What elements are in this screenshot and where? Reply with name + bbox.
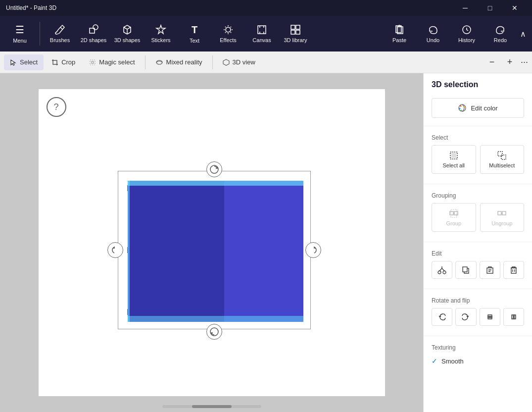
copy-button[interactable] — [455, 261, 476, 279]
collapse-toolbar-button[interactable]: ∧ — [518, 27, 528, 41]
rotate-right-button[interactable] — [455, 308, 476, 326]
title-bar: Untitled* - Paint 3D ─ □ ✕ — [0, 0, 532, 16]
edit-section: Edit — [424, 246, 532, 285]
svg-rect-33 — [463, 267, 467, 272]
toolbar-text[interactable]: T Text — [179, 18, 210, 50]
paste-panel-icon — [485, 265, 494, 274]
delete-button[interactable] — [503, 261, 524, 279]
rotate-left-icon — [110, 245, 120, 255]
grouping-section-label: Grouping — [432, 192, 524, 199]
paste-label: Paste — [392, 37, 406, 43]
view-3d-tool[interactable]: 3D view — [217, 54, 261, 70]
canvas-horizontal-scrollbar[interactable] — [162, 405, 261, 408]
panel-title: 3D selection — [424, 73, 532, 94]
stickers-icon — [155, 24, 166, 35]
toolbar-brushes[interactable]: Brushes — [44, 18, 76, 50]
rotate-handle-right[interactable] — [305, 242, 321, 258]
svg-rect-5 — [296, 25, 300, 29]
close-button[interactable]: ✕ — [503, 0, 526, 16]
canvas-area[interactable]: ? — [0, 73, 423, 412]
object-left-edge-highlight — [128, 181, 130, 322]
toolbar-menu[interactable]: ☰ Menu — [4, 18, 36, 50]
svg-rect-34 — [487, 268, 493, 273]
rotate-handle-top[interactable] — [206, 161, 222, 177]
ungroup-button[interactable]: Ungroup — [480, 203, 525, 232]
multiselect-button[interactable]: Multiselect — [480, 145, 525, 174]
rotate-handle-bottom[interactable] — [206, 324, 222, 340]
rotate-flip-section: Rotate and flip — [424, 293, 532, 332]
edit-color-button[interactable]: Edit color — [432, 98, 524, 118]
zoom-out-button[interactable]: − — [485, 55, 499, 69]
cut-icon — [437, 265, 446, 274]
magic-select-label: Magic select — [99, 58, 135, 66]
rotate-top-icon — [209, 164, 219, 174]
rotate-bottom-icon — [209, 327, 219, 337]
sec-separator — [145, 55, 145, 69]
edit-section-label: Edit — [432, 250, 524, 257]
svg-point-31 — [443, 271, 446, 274]
mixed-reality-tool[interactable]: Mixed reality — [149, 54, 208, 70]
smooth-check-icon: ✓ — [432, 357, 437, 365]
select-all-button[interactable]: Select all — [432, 145, 476, 174]
undo-icon — [428, 24, 438, 35]
paste-panel-button[interactable] — [480, 261, 500, 279]
toolbar-paste[interactable]: Paste — [384, 18, 415, 50]
toolbar-undo[interactable]: Undo — [417, 18, 449, 50]
edit-color-section: Edit color — [424, 94, 532, 122]
toolbar-canvas[interactable]: Canvas — [246, 18, 278, 50]
undo-label: Undo — [427, 37, 439, 43]
maximize-button[interactable]: □ — [479, 0, 501, 16]
select-section-label: Select — [432, 134, 524, 141]
object-right-face — [224, 181, 303, 322]
history-label: History — [458, 37, 475, 43]
edit-buttons-grid — [432, 261, 524, 279]
scrollbar-thumb[interactable] — [192, 405, 232, 408]
divider-3 — [424, 242, 532, 242]
flip-horizontal-icon — [509, 312, 518, 321]
rotate-right-panel-icon — [461, 312, 470, 321]
cut-button[interactable] — [432, 261, 452, 279]
crop-tool[interactable]: Crop — [46, 54, 81, 70]
group-button[interactable]: Group — [432, 203, 476, 232]
toolbar-stickers[interactable]: Stickers — [145, 18, 177, 50]
edit-color-label: Edit color — [471, 104, 497, 112]
zoom-in-button[interactable]: + — [503, 55, 517, 69]
toolbar-2d-shapes[interactable]: 2D shapes — [78, 18, 109, 50]
crop-label: Crop — [61, 58, 75, 66]
flip-horizontal-button[interactable] — [503, 308, 524, 326]
grouping-section: Grouping Group — [424, 188, 532, 238]
toolbar-redo[interactable]: Redo — [484, 18, 516, 50]
svg-rect-11 — [90, 60, 95, 65]
text-label: Text — [190, 38, 199, 44]
effects-label: Effects — [220, 37, 236, 43]
select-cursor-icon — [10, 59, 17, 66]
smooth-row: ✓ Smooth — [432, 355, 524, 367]
toolbar-3d-shapes[interactable]: 3D shapes — [111, 18, 143, 50]
svg-rect-3 — [258, 26, 266, 34]
flip-vertical-button[interactable] — [480, 308, 500, 326]
3d-library-icon — [290, 24, 301, 35]
svg-rect-22 — [451, 153, 456, 158]
stickers-label: Stickers — [151, 37, 170, 43]
select-tool[interactable]: Select — [4, 54, 44, 70]
flip-vertical-icon — [485, 312, 494, 321]
help-button[interactable]: ? — [47, 97, 66, 117]
object-left-face — [128, 181, 224, 322]
minimize-button[interactable]: ─ — [454, 0, 477, 16]
more-options-button[interactable]: ··· — [521, 57, 528, 67]
3d-object-container[interactable] — [108, 156, 316, 329]
select-label: Select — [20, 58, 38, 66]
mixed-reality-icon — [155, 59, 163, 66]
toolbar-history[interactable]: History — [451, 18, 483, 50]
rotate-handle-left[interactable] — [107, 242, 123, 258]
sec-separator-2 — [212, 55, 213, 69]
magic-select-tool[interactable]: Magic select — [83, 54, 141, 70]
select-all-icon — [449, 151, 459, 160]
3d-object[interactable] — [128, 181, 303, 322]
magic-select-icon — [89, 59, 96, 66]
redo-label: Redo — [494, 37, 507, 43]
3d-shapes-icon — [122, 24, 133, 35]
toolbar-effects[interactable]: Effects — [212, 18, 244, 50]
rotate-left-button[interactable] — [432, 308, 452, 326]
toolbar-3d-library[interactable]: 3D library — [280, 18, 311, 50]
